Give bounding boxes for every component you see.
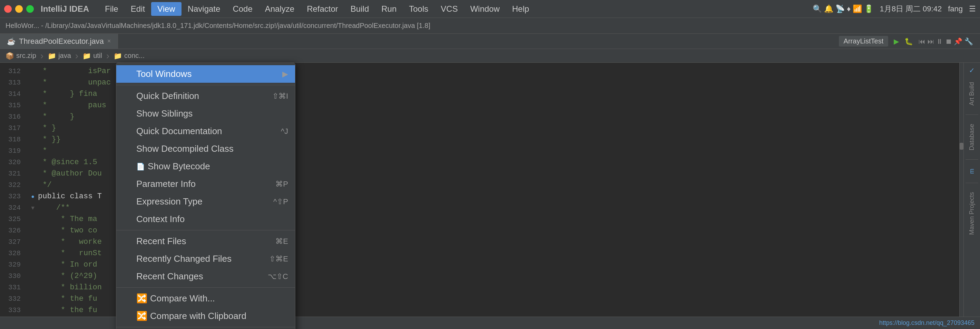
- breadcrumb-java[interactable]: 📁 java: [48, 52, 71, 60]
- path-text: HelloWor... - /Library/Java/JavaVirtualM…: [6, 22, 430, 30]
- menu-item-paraminfo[interactable]: Parameter Info ⌘P: [116, 175, 295, 193]
- quickdoc-label: Quick Documentation: [136, 126, 277, 137]
- path-bar: HelloWor... - /Library/Java/JavaVirtualM…: [0, 18, 980, 34]
- menu-bar: IntelliJ IDEA File Edit View Navigate Co…: [0, 0, 980, 18]
- breadcrumb-util[interactable]: 📁 util: [83, 52, 102, 60]
- menu-edit[interactable]: Edit: [124, 2, 151, 16]
- compare-icon: 🔀: [136, 293, 147, 304]
- traffic-lights: [4, 5, 34, 13]
- menu-item-compareclipboard[interactable]: 🔀Compare with Clipboard: [116, 307, 295, 325]
- showbytecode-label: 📄Show Bytecode: [136, 161, 288, 172]
- debug-button[interactable]: 🐛: [904, 37, 913, 46]
- contextinfo-label: Context Info: [136, 214, 288, 224]
- menu-section-toolwindows: Tool Windows ▶: [116, 63, 295, 85]
- menu-view[interactable]: View: [151, 2, 181, 16]
- recentlychanged-shortcut: ⇧⌘E: [269, 254, 288, 264]
- tab-icon: ☕: [7, 37, 16, 46]
- breadcrumb-conc[interactable]: 📁 conc...: [113, 52, 145, 60]
- right-sidebar: ✓ Art Build Database m Maven Projects: [963, 63, 980, 329]
- sidebar-label-maven[interactable]: Maven Projects: [967, 189, 977, 238]
- menu-window[interactable]: Window: [464, 2, 506, 16]
- comparewith-label: 🔀Compare With...: [136, 293, 288, 304]
- breadcrumb-bar: 📦 src.zip › 📁 java › 📁 util › 📁 conc...: [0, 49, 980, 63]
- menu-code[interactable]: Code: [226, 2, 258, 16]
- sidebar-label-m[interactable]: m: [967, 166, 977, 176]
- menu-right-area: 🔍 🔔 📡 ♦ 📶 🔋 1月8日 周二 09:42 fang ☰: [813, 4, 976, 14]
- close-button[interactable]: [4, 5, 12, 13]
- menu-items: File Edit View Navigate Code Analyze Ref…: [99, 2, 535, 16]
- vertical-scrollbar[interactable]: [959, 63, 963, 329]
- menu-item-showdecompiled[interactable]: Show Decompiled Class: [116, 140, 295, 157]
- breadcrumb-srczip[interactable]: 📦 src.zip: [6, 52, 36, 60]
- menu-item-contextinfo[interactable]: Context Info: [116, 210, 295, 228]
- tab-bar: ☕ ThreadPoolExecutor.java × ArrayListTes…: [0, 34, 980, 49]
- recentfiles-label: Recent Files: [136, 236, 272, 246]
- tab-close-button[interactable]: ×: [107, 38, 111, 45]
- breadcrumb-sep-3: ›: [106, 50, 110, 61]
- menu-item-quickdefinition[interactable]: Quick Definition ⇧⌘I: [116, 87, 295, 105]
- breadcrumb-sep-2: ›: [75, 50, 78, 61]
- toolwindows-label: Tool Windows: [136, 68, 279, 79]
- menu-navigate[interactable]: Navigate: [181, 2, 227, 16]
- compareclipboard-label: 🔀Compare with Clipboard: [136, 311, 288, 321]
- recentfiles-shortcut: ⌘E: [275, 237, 288, 246]
- menu-help[interactable]: Help: [506, 2, 535, 16]
- menu-build[interactable]: Build: [344, 2, 375, 16]
- menu-item-recentfiles[interactable]: Recent Files ⌘E: [116, 232, 295, 250]
- sidebar-label-artbuild[interactable]: Art Build: [967, 79, 977, 108]
- exprtype-label: Expression Type: [136, 196, 270, 207]
- menu-section-compare: 🔀Compare With... 🔀Compare with Clipboard: [116, 287, 295, 327]
- menu-tools[interactable]: Tools: [403, 2, 434, 16]
- editor-tab[interactable]: ☕ ThreadPoolExecutor.java ×: [0, 34, 118, 49]
- menu-run[interactable]: Run: [375, 2, 403, 16]
- folder-icon-2: 📁: [83, 52, 91, 60]
- menu-analyze[interactable]: Analyze: [259, 2, 301, 16]
- showdecompiled-label: Show Decompiled Class: [136, 143, 288, 154]
- tab-filename: ThreadPoolExecutor.java: [19, 37, 104, 46]
- paraminfo-label: Parameter Info: [136, 179, 272, 189]
- toolbar-icons: ⏮ ⏭ ⏸ ⏹ 📌 🔧: [919, 37, 973, 46]
- view-menu-dropdown[interactable]: Tool Windows ▶ Quick Definition ⇧⌘I Show…: [116, 63, 295, 329]
- recentchanges-label: Recent Changes: [136, 271, 264, 282]
- run-config-label: ArrayListTest: [839, 36, 889, 46]
- menu-item-exprtype[interactable]: Expression Type ^⇧P: [116, 193, 295, 210]
- showsiblings-label: Show Siblings: [136, 108, 288, 119]
- user-name: fang: [948, 5, 963, 13]
- zip-icon: 📦: [6, 52, 14, 60]
- menu-vcs[interactable]: VCS: [434, 2, 464, 16]
- recentchanges-shortcut: ⌥⇧C: [268, 272, 288, 281]
- menu-item-toolwindows[interactable]: Tool Windows ▶: [116, 65, 295, 83]
- menu-section-recent: Recent Files ⌘E Recently Changed Files ⇧…: [116, 230, 295, 287]
- submenu-arrow-toolwindows: ▶: [282, 70, 288, 79]
- sidebar-divider: [966, 114, 978, 115]
- menu-item-recentlychanged[interactable]: Recently Changed Files ⇧⌘E: [116, 250, 295, 268]
- sidebar-label-database[interactable]: Database: [967, 121, 977, 153]
- scrollbar-thumb[interactable]: [959, 143, 963, 150]
- menu-item-showsiblings[interactable]: Show Siblings: [116, 105, 295, 122]
- run-button[interactable]: ▶: [894, 37, 899, 46]
- folder-icon-1: 📁: [48, 52, 56, 60]
- menu-section-definitions: Quick Definition ⇧⌘I Show Siblings Quick…: [116, 85, 295, 230]
- checkmark-icon: ✓: [969, 66, 975, 75]
- main-layout: 312 * isPar 313 * unpac 314 * } fina 315…: [0, 63, 980, 329]
- exprtype-shortcut: ^⇧P: [273, 197, 288, 206]
- menu-item-comparewith[interactable]: 🔀Compare With...: [116, 290, 295, 307]
- menu-section-quickswitch: Quick Switch Scheme... ^`: [116, 327, 295, 329]
- menu-item-quickdoc[interactable]: Quick Documentation ^J: [116, 122, 295, 140]
- sidebar-divider-2: [966, 159, 978, 160]
- minimize-button[interactable]: [15, 5, 23, 13]
- menu-refactor[interactable]: Refactor: [301, 2, 344, 16]
- menu-item-recentchanges[interactable]: Recent Changes ⌥⇧C: [116, 268, 295, 285]
- menu-file[interactable]: File: [99, 2, 124, 16]
- breadcrumb-sep-1: ›: [40, 50, 43, 61]
- quickdefinition-label: Quick Definition: [136, 91, 269, 102]
- recentlychanged-label: Recently Changed Files: [136, 253, 266, 264]
- menu-item-showbytecode[interactable]: 📄Show Bytecode: [116, 157, 295, 175]
- folder-icon-3: 📁: [113, 52, 122, 60]
- maximize-button[interactable]: [26, 5, 34, 13]
- datetime: 1月8日 周二 09:42: [880, 4, 942, 14]
- bytecode-icon: 📄: [136, 162, 145, 171]
- paraminfo-shortcut: ⌘P: [275, 180, 288, 189]
- status-right-link[interactable]: https://blog.csdn.net/qq_27093465: [879, 319, 974, 327]
- hamburger-icon[interactable]: ☰: [969, 5, 976, 13]
